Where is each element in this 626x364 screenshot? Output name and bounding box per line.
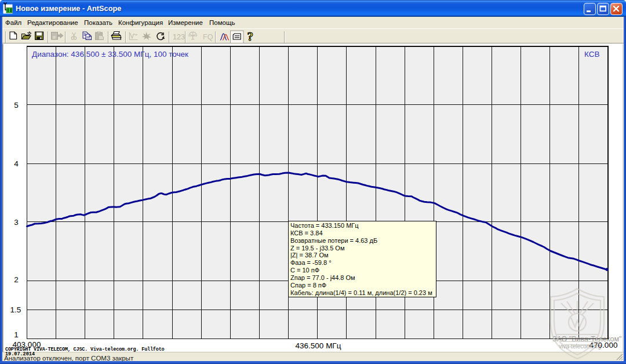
svg-text:КСВ: КСВ <box>584 50 599 59</box>
svg-text:123: 123 <box>173 33 185 41</box>
svg-text:1.5: 1.5 <box>10 305 21 314</box>
svg-text:4: 4 <box>14 159 19 168</box>
svg-text:FQ: FQ <box>203 33 213 41</box>
svg-text:436.500 МГц: 436.500 МГц <box>296 341 341 350</box>
svg-text:?: ? <box>248 30 254 43</box>
svg-text:Диапазон: 436.500 ± 33.500 МГц: Диапазон: 436.500 ± 33.500 МГц, 100 точе… <box>32 50 188 59</box>
svg-text:1: 1 <box>14 330 19 339</box>
svg-text:2: 2 <box>14 275 19 284</box>
svg-text:5: 5 <box>14 101 19 110</box>
svg-text:3: 3 <box>14 218 19 227</box>
